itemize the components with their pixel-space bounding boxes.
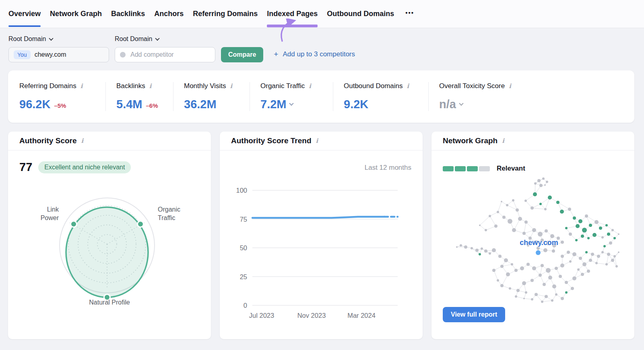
network-node <box>489 215 491 217</box>
card-header: Network Graph i <box>431 132 634 150</box>
network-node <box>523 298 525 299</box>
add-competitor-input[interactable] <box>130 51 210 59</box>
tab-network-graph[interactable]: Network Graph <box>50 0 102 28</box>
card-title: Network Graph <box>443 136 497 145</box>
y-axis-tick: 50 <box>240 244 247 251</box>
meter-segment-filled <box>443 166 454 171</box>
top-navigation: OverviewNetwork GraphBacklinksAnchorsRef… <box>0 0 644 28</box>
network-node <box>500 265 504 268</box>
metric-organic-traffic: Organic Traffici7.2M <box>250 82 333 111</box>
network-node <box>537 247 540 250</box>
network-node <box>481 247 483 250</box>
tab-anchors[interactable]: Anchors <box>154 0 184 28</box>
network-node <box>509 287 511 290</box>
radar-axis-natural-profile: Natural Profile <box>8 298 211 307</box>
network-node <box>587 237 590 239</box>
view-full-report-button[interactable]: View full report <box>443 307 505 322</box>
you-domain-input[interactable]: You chewy.com <box>8 47 109 62</box>
y-axis-tick: 100 <box>236 187 247 194</box>
root-domain-dropdown-competitor[interactable]: Root Domain <box>115 35 215 43</box>
add-competitors-link[interactable]: + Add up to 3 competitors <box>274 50 355 59</box>
network-node <box>552 284 556 288</box>
root-domain-label: Root Domain <box>115 35 152 43</box>
more-tabs-button[interactable]: ••• <box>405 9 415 19</box>
network-node <box>555 293 557 296</box>
info-icon[interactable]: i <box>509 82 511 90</box>
info-icon[interactable]: i <box>316 137 318 144</box>
network-center-domain-label: chewy.com <box>499 239 579 247</box>
metric-label-text: Referring Domains <box>19 82 76 90</box>
tab-label: Outbound Domains <box>327 10 394 18</box>
root-domain-dropdown-you[interactable]: Root Domain <box>8 35 109 43</box>
network-node <box>561 255 564 258</box>
network-node <box>497 279 499 282</box>
network-node <box>601 251 604 253</box>
y-axis-tick: 0 <box>244 302 247 309</box>
network-node <box>569 233 572 236</box>
network-edge <box>516 296 524 299</box>
info-icon[interactable]: i <box>309 82 311 90</box>
metric-label-text: Overall Toxicity Score <box>439 82 505 90</box>
network-node <box>475 249 479 252</box>
chevron-down-icon[interactable] <box>459 101 463 105</box>
backlink-analytics-overview-page: OverviewNetwork GraphBacklinksAnchorsRef… <box>0 0 644 339</box>
network-node <box>539 274 542 277</box>
metric-backlinks: Backlinksi5.4M–6% <box>105 82 173 111</box>
info-icon[interactable]: i <box>81 137 84 144</box>
x-axis-tick: Jul 2023 <box>249 312 274 319</box>
network-edge <box>486 226 496 230</box>
filters-bar: Root Domain You chewy.com Root Domain Co… <box>0 28 644 62</box>
network-node <box>611 229 614 231</box>
compare-button[interactable]: Compare <box>221 47 263 62</box>
info-icon[interactable]: i <box>502 137 504 144</box>
tab-backlinks[interactable]: Backlinks <box>111 0 145 28</box>
network-node <box>516 208 519 212</box>
network-node <box>585 251 588 253</box>
root-domain-label: Root Domain <box>8 35 46 43</box>
competitor-column: Root Domain <box>115 35 215 62</box>
tab-label: Referring Domains <box>193 10 258 18</box>
network-node <box>530 279 534 282</box>
info-icon[interactable]: i <box>80 82 83 90</box>
info-icon[interactable]: i <box>149 82 152 90</box>
highlight-underline <box>267 25 318 27</box>
network-node <box>565 281 568 284</box>
network-node <box>578 219 582 223</box>
authority-score-row: 77 Excellent and niche relevant <box>19 161 131 174</box>
network-node <box>544 208 547 210</box>
network-edge <box>524 222 526 233</box>
chevron-down-icon[interactable] <box>289 101 294 105</box>
network-node <box>548 276 552 280</box>
network-node <box>550 234 554 238</box>
network-node <box>537 179 541 182</box>
authority-score-value: 77 <box>19 161 32 174</box>
info-icon[interactable]: i <box>230 82 233 90</box>
relevance-label: Relevant <box>497 165 525 173</box>
card-header: Authority Score i <box>8 132 211 150</box>
y-axis-tick: 25 <box>240 273 247 280</box>
tab-overview[interactable]: Overview <box>8 0 41 28</box>
network-node <box>551 299 553 302</box>
tab-indexed-pages[interactable]: Indexed Pages <box>267 0 318 28</box>
relevance-meter-row: Relevant <box>443 165 525 173</box>
info-icon[interactable]: i <box>407 82 409 90</box>
metric-value-text: 7.2M <box>260 98 286 111</box>
metric-referring-domains: Referring Domainsi96.2K–5% <box>8 82 105 111</box>
metric-value-text: 96.2K <box>19 98 50 111</box>
network-node <box>522 281 526 285</box>
network-node <box>460 244 462 247</box>
network-node <box>502 216 506 219</box>
nav-tabs: OverviewNetwork GraphBacklinksAnchorsRef… <box>8 0 394 28</box>
meter-segment-filled <box>455 166 466 171</box>
network-node <box>484 249 487 253</box>
network-node <box>512 199 514 202</box>
network-node <box>605 263 608 266</box>
tab-outbound-domains[interactable]: Outbound Domains <box>327 0 394 28</box>
tab-referring-domains[interactable]: Referring Domains <box>193 0 258 28</box>
metric-value-text: 9.2K <box>344 98 368 111</box>
network-node <box>504 258 508 262</box>
metric-overall-toxicity-score: Overall Toxicity Scorein/a <box>428 82 634 111</box>
active-tab-underline <box>8 25 41 27</box>
network-edge <box>490 216 496 226</box>
network-node <box>494 224 497 228</box>
